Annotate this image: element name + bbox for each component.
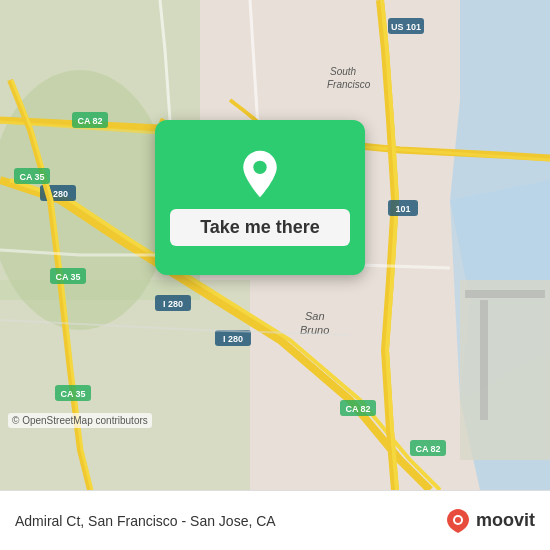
svg-point-33	[253, 161, 266, 174]
svg-text:Francisco: Francisco	[327, 79, 371, 90]
svg-text:CA 35: CA 35	[19, 172, 44, 182]
svg-text:I 280: I 280	[223, 334, 243, 344]
svg-text:CA 82: CA 82	[345, 404, 370, 414]
svg-text:San: San	[305, 310, 325, 322]
svg-text:101: 101	[395, 204, 410, 214]
svg-text:US 101: US 101	[391, 22, 421, 32]
svg-rect-3	[460, 280, 550, 460]
moovit-pin-icon	[444, 507, 472, 535]
map-container: I 280 CA 82 US 101 101 CA 35 CA 35 CA 35…	[0, 0, 550, 490]
footer: Admiral Ct, San Francisco - San Jose, CA…	[0, 490, 550, 550]
moovit-brand-text: moovit	[476, 510, 535, 531]
attribution-text: © OpenStreetMap contributors	[12, 415, 148, 426]
svg-point-35	[455, 517, 461, 523]
svg-text:I 280: I 280	[163, 299, 183, 309]
take-me-there-button[interactable]: Take me there	[170, 209, 350, 246]
location-title: Admiral Ct, San Francisco - San Jose, CA	[15, 513, 276, 529]
svg-text:CA 82: CA 82	[415, 444, 440, 454]
svg-rect-4	[465, 290, 545, 298]
svg-text:South: South	[330, 66, 357, 77]
location-pin-icon	[235, 149, 285, 199]
destination-card[interactable]: Take me there	[155, 120, 365, 275]
map-attribution: © OpenStreetMap contributors	[8, 413, 152, 428]
svg-text:CA 82: CA 82	[77, 116, 102, 126]
svg-text:CA 35: CA 35	[55, 272, 80, 282]
svg-text:CA 35: CA 35	[60, 389, 85, 399]
svg-rect-5	[480, 300, 488, 420]
moovit-logo: moovit	[444, 507, 535, 535]
